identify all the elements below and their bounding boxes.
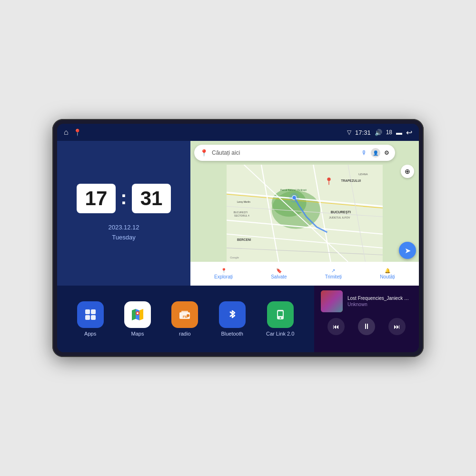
svg-rect-38 xyxy=(181,311,188,313)
carlink-icon xyxy=(267,301,294,328)
map-search-text[interactable]: Căutați aici xyxy=(212,149,357,156)
map-canvas: TRAPEZULUI UZANA BUCUREȘTI JUDEȚUL ILFOV… xyxy=(190,165,419,262)
map-pin-icon: 📍 xyxy=(200,149,208,157)
map-nav-send[interactable]: ↗ Trimiteți xyxy=(325,268,342,279)
svg-text:Google: Google xyxy=(230,256,239,259)
carlink-label: Car Link 2.0 xyxy=(266,331,294,337)
battery-icon: ▬ xyxy=(396,129,402,136)
svg-text:JUDEȚUL ILFOV: JUDEȚUL ILFOV xyxy=(329,216,350,219)
radio-icon: FM xyxy=(171,301,198,328)
status-bar: ⌂ 📍 ▽ 17:31 🔊 18 ▬ ↩ xyxy=(57,124,419,141)
music-text: Lost Frequencies_Janieck Devy-... Unknow… xyxy=(347,296,412,307)
home-icon[interactable]: ⌂ xyxy=(64,128,69,137)
clock-display: 17 : 31 xyxy=(77,184,171,213)
apps-label: Apps xyxy=(84,331,96,337)
bottom-section: Apps Ma xyxy=(57,286,419,352)
maps-label: Maps xyxy=(131,331,144,337)
map-search-bar[interactable]: 📍 Căutați aici 🎙 👤 ⚙ xyxy=(194,145,395,161)
map-nav-explore[interactable]: 📍 Explorați xyxy=(214,268,233,279)
svg-marker-32 xyxy=(132,309,136,320)
bluetooth-label: Bluetooth xyxy=(221,331,243,337)
clock-date: 2023.12.12 Tuesday xyxy=(108,223,139,243)
screen: ⌂ 📍 ▽ 17:31 🔊 18 ▬ ↩ 17 : xyxy=(57,124,419,352)
svg-point-36 xyxy=(137,312,139,314)
music-controls: ⏮ ⏸ ⏭ xyxy=(321,318,412,335)
maps-shortcut-icon[interactable]: 📍 xyxy=(73,129,81,136)
svg-point-40 xyxy=(187,314,189,317)
prev-icon: ⏮ xyxy=(333,323,339,330)
clock-panel: 17 : 31 2023.12.12 Tuesday xyxy=(57,141,190,286)
svg-point-24 xyxy=(327,178,330,181)
top-section: 17 : 31 2023.12.12 Tuesday 📍 xyxy=(57,141,419,286)
car-display-device: ⌂ 📍 ▽ 17:31 🔊 18 ▬ ↩ 17 : xyxy=(52,119,424,357)
map-svg: TRAPEZULUI UZANA BUCUREȘTI JUDEȚUL ILFOV… xyxy=(190,165,419,262)
map-nav-news[interactable]: 🔔 Noutăți xyxy=(380,268,395,279)
status-time: 17:31 xyxy=(355,129,371,136)
svg-text:BUCUREȘTI: BUCUREȘTI xyxy=(331,210,351,214)
play-icon: ⏸ xyxy=(363,322,370,331)
music-player: Lost Frequencies_Janieck Devy-... Unknow… xyxy=(314,286,419,352)
volume-icon[interactable]: 🔊 xyxy=(375,129,382,136)
signal-icon: ▽ xyxy=(347,129,351,136)
saved-icon: 🔖 xyxy=(276,268,282,273)
svg-rect-29 xyxy=(85,315,90,320)
clock-colon: : xyxy=(120,187,127,208)
svg-point-43 xyxy=(279,317,281,319)
maps-app-icon xyxy=(124,301,151,328)
svg-text:BUCUREȘTI: BUCUREȘTI xyxy=(234,211,248,214)
app-item-carlink[interactable]: Car Link 2.0 xyxy=(266,301,294,337)
main-content: 17 : 31 2023.12.12 Tuesday 📍 xyxy=(57,141,419,352)
app-item-bluetooth[interactable]: Bluetooth xyxy=(219,301,246,337)
map-mic-icon[interactable]: 🎙 xyxy=(361,149,367,156)
map-settings-icon[interactable]: ⚙ xyxy=(384,149,389,156)
music-play-button[interactable]: ⏸ xyxy=(358,318,375,335)
svg-rect-42 xyxy=(278,311,283,316)
map-bottom-nav: 📍 Explorați 🔖 Salvate ↗ Trimiteți xyxy=(190,262,419,286)
clock-minutes: 31 xyxy=(132,184,171,213)
send-icon: ↗ xyxy=(331,268,335,273)
svg-rect-28 xyxy=(91,309,96,314)
saved-label: Salvate xyxy=(271,274,287,279)
app-item-maps[interactable]: Maps xyxy=(124,301,151,337)
bluetooth-icon xyxy=(219,301,246,328)
status-left: ⌂ 📍 xyxy=(64,128,81,137)
music-next-button[interactable]: ⏭ xyxy=(388,318,406,335)
svg-rect-30 xyxy=(91,315,96,320)
send-label: Trimiteți xyxy=(325,274,342,279)
svg-point-2 xyxy=(272,189,307,217)
map-navigate-button[interactable]: ➤ xyxy=(399,242,416,259)
svg-text:BERCENI: BERCENI xyxy=(237,238,251,241)
map-compass-button[interactable]: ⊕ xyxy=(401,165,414,178)
news-label: Noutăți xyxy=(380,274,395,279)
status-right: ▽ 17:31 🔊 18 ▬ ↩ xyxy=(347,128,412,137)
explore-icon: 📍 xyxy=(221,268,227,273)
svg-point-14 xyxy=(289,193,299,202)
battery-level: 18 xyxy=(386,129,392,136)
explore-label: Explorați xyxy=(214,274,233,279)
map-user-icon[interactable]: 👤 xyxy=(371,148,380,158)
svg-text:UZANA: UZANA xyxy=(358,173,368,176)
music-thumbnail xyxy=(321,290,343,312)
apps-bar: Apps Ma xyxy=(57,286,314,352)
music-artist: Unknown xyxy=(347,302,412,307)
apps-icon xyxy=(77,301,104,328)
music-title: Lost Frequencies_Janieck Devy-... xyxy=(347,296,412,301)
map-background: 📍 Căutați aici 🎙 👤 ⚙ xyxy=(190,141,419,286)
news-icon: 🔔 xyxy=(385,268,390,273)
svg-text:Parcul Natural Văcărești: Parcul Natural Văcărești xyxy=(280,188,307,191)
svg-marker-34 xyxy=(139,309,143,320)
map-nav-saved[interactable]: 🔖 Salvate xyxy=(271,268,287,279)
svg-rect-27 xyxy=(85,309,90,314)
clock-day-value: Tuesday xyxy=(108,233,139,243)
svg-text:SECTORUL 4: SECTORUL 4 xyxy=(234,214,249,217)
music-info: Lost Frequencies_Janieck Devy-... Unknow… xyxy=(321,290,412,312)
radio-label: radio xyxy=(179,331,190,337)
clock-hours: 17 xyxy=(77,184,116,213)
next-icon: ⏭ xyxy=(394,323,400,330)
map-panel[interactable]: 📍 Căutați aici 🎙 👤 ⚙ xyxy=(190,141,419,286)
app-item-radio[interactable]: FM radio xyxy=(171,301,198,337)
svg-text:TRAPEZULUI: TRAPEZULUI xyxy=(341,179,361,182)
music-prev-button[interactable]: ⏮ xyxy=(327,318,345,335)
back-icon[interactable]: ↩ xyxy=(406,128,412,137)
app-item-apps[interactable]: Apps xyxy=(77,301,104,337)
